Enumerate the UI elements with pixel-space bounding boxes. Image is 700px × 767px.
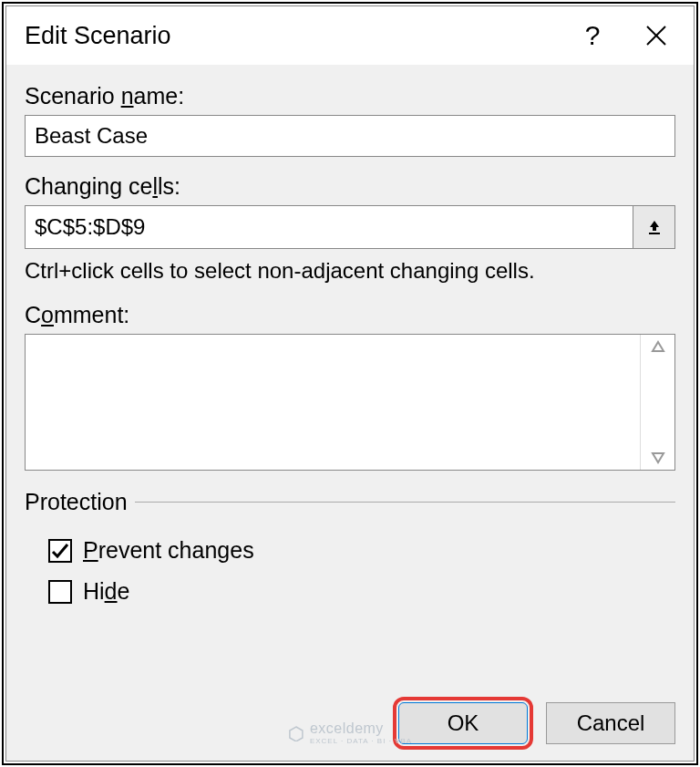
dialog-body: Scenario name: Changing cells: Ctrl+clic… xyxy=(6,65,694,761)
dialog-title: Edit Scenario xyxy=(25,22,561,50)
checkmark-icon xyxy=(51,542,69,560)
comment-scrollbar[interactable] xyxy=(640,335,674,470)
changing-cells-refedit xyxy=(25,205,675,249)
titlebar: Edit Scenario ? xyxy=(6,6,694,65)
svg-rect-2 xyxy=(649,233,660,234)
checkbox-box xyxy=(48,539,72,563)
hide-label: Hide xyxy=(83,578,129,605)
comment-box xyxy=(25,334,675,471)
changing-cells-label: Changing cells: xyxy=(25,173,675,200)
prevent-changes-label: Prevent changes xyxy=(83,537,254,564)
close-icon xyxy=(644,24,668,47)
collapse-dialog-button[interactable] xyxy=(633,206,674,248)
edit-scenario-dialog: Edit Scenario ? Scenario name: Changing … xyxy=(5,5,695,762)
comment-textarea[interactable] xyxy=(26,335,638,470)
collapse-icon xyxy=(645,218,664,236)
close-button[interactable] xyxy=(624,10,688,61)
protection-group: Protection Prevent changes Hide xyxy=(25,489,675,619)
hide-checkbox[interactable]: Hide xyxy=(48,578,672,605)
scenario-name-input[interactable] xyxy=(25,115,675,157)
comment-label: Comment: xyxy=(25,302,675,328)
scenario-name-label: Scenario name: xyxy=(25,83,675,109)
changing-cells-input[interactable] xyxy=(26,206,633,248)
window-outer: Edit Scenario ? Scenario name: Changing … xyxy=(2,2,698,765)
scroll-down-icon xyxy=(651,451,665,464)
help-button[interactable]: ? xyxy=(561,10,624,61)
prevent-changes-checkbox[interactable]: Prevent changes xyxy=(48,537,672,564)
cancel-button[interactable]: Cancel xyxy=(546,702,675,744)
ok-button[interactable]: OK xyxy=(398,702,528,744)
scroll-up-icon xyxy=(651,340,665,353)
changing-cells-hint: Ctrl+click cells to select non-adjacent … xyxy=(25,258,675,284)
protection-legend: Protection xyxy=(25,489,135,515)
button-row: OK Cancel xyxy=(25,702,675,744)
checkbox-box xyxy=(48,580,72,604)
